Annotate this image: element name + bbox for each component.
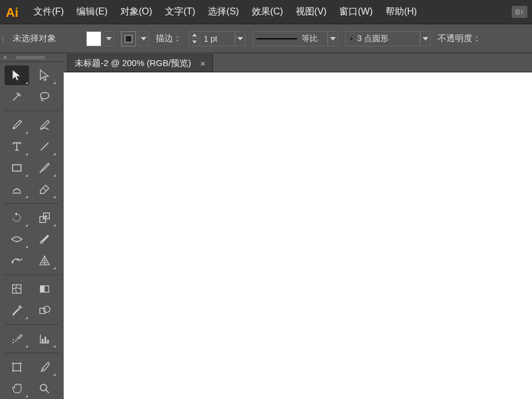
svg-rect-12 xyxy=(13,285,21,294)
svg-line-25 xyxy=(42,368,45,371)
profile-line-icon xyxy=(256,38,297,39)
svg-point-1 xyxy=(19,94,20,95)
svg-rect-14 xyxy=(41,286,45,292)
column-graph-tool[interactable] xyxy=(32,329,57,349)
svg-rect-22 xyxy=(45,336,46,343)
stepper-up-icon[interactable] xyxy=(189,32,200,39)
blend-tool[interactable] xyxy=(32,301,57,320)
canvas[interactable] xyxy=(64,72,532,399)
brush-text: 3 点圆形 xyxy=(357,34,388,44)
stroke-control xyxy=(121,31,149,46)
tab-close-icon[interactable]: × xyxy=(200,58,206,68)
stroke-weight-dropdown[interactable] xyxy=(235,31,245,46)
menu-items: 文件(F) 编辑(E) 对象(O) 文字(T) 选择(S) 效果(C) 视图(V… xyxy=(34,6,512,18)
selection-status: 未选择对象 xyxy=(13,33,56,44)
main-area: ‹‹ xyxy=(0,53,532,399)
brush-box[interactable]: 3 点圆形 xyxy=(345,31,420,46)
width-tool[interactable] xyxy=(5,229,29,249)
svg-rect-21 xyxy=(42,339,43,343)
menu-file[interactable]: 文件(F) xyxy=(34,6,64,18)
svg-point-8 xyxy=(21,239,23,240)
svg-text:Ai: Ai xyxy=(6,5,19,19)
tab-bar: 未标题-2 @ 200% (RGB/预览) × xyxy=(64,53,532,72)
stroke-stepper[interactable] xyxy=(189,31,200,46)
tab-title: 未标题-2 @ 200% (RGB/预览) xyxy=(75,58,191,69)
stroke-profile: 等比 xyxy=(252,31,338,46)
stroke-weight: 1 pt xyxy=(189,31,245,46)
fill-swatch[interactable] xyxy=(86,31,101,46)
panel-header[interactable]: ‹‹ xyxy=(0,53,64,62)
collapse-icon[interactable]: ‹‹ xyxy=(3,53,6,61)
menu-select[interactable]: 选择(S) xyxy=(208,6,239,18)
profile-text: 等比 xyxy=(302,34,318,44)
magic-wand-tool[interactable] xyxy=(5,87,29,107)
selection-tool[interactable] xyxy=(5,65,29,85)
lasso-tool[interactable] xyxy=(32,87,57,107)
rectangle-tool[interactable] xyxy=(5,158,29,178)
fill-dropdown[interactable] xyxy=(104,31,114,46)
svg-line-4 xyxy=(43,188,46,191)
app-logo-icon: Ai xyxy=(5,3,22,21)
brush-dropdown[interactable] xyxy=(420,31,431,46)
fill-control xyxy=(86,31,114,46)
menu-edit[interactable]: 编辑(E) xyxy=(76,6,107,18)
stroke-profile-box[interactable]: 等比 xyxy=(252,31,328,46)
mesh-tool[interactable] xyxy=(5,279,29,299)
svg-point-17 xyxy=(13,339,14,341)
pen-tool[interactable] xyxy=(5,115,29,135)
hand-tool[interactable] xyxy=(5,379,29,398)
stroke-label: 描边： xyxy=(156,33,182,44)
stroke-swatch[interactable] xyxy=(121,31,136,46)
artboard-tool[interactable] xyxy=(5,357,29,377)
svg-line-27 xyxy=(46,390,49,393)
svg-point-9 xyxy=(40,241,42,243)
stroke-value[interactable]: 1 pt xyxy=(200,31,235,46)
perspective-grid-tool[interactable] xyxy=(32,251,57,270)
line-tool[interactable] xyxy=(32,137,57,156)
svg-point-7 xyxy=(11,239,13,240)
document-area: 未标题-2 @ 200% (RGB/预览) × xyxy=(64,53,532,399)
tools-panel: ‹‹ xyxy=(0,53,64,399)
rotate-tool[interactable] xyxy=(5,208,29,228)
svg-rect-24 xyxy=(13,364,21,371)
control-bar: 未选择对象 描边： 1 pt 等比 3 点圆形 不透明度： xyxy=(0,24,532,53)
bridge-button[interactable]: Br xyxy=(512,6,527,18)
paintbrush-tool[interactable] xyxy=(32,158,57,178)
svg-point-19 xyxy=(12,342,13,343)
zoom-tool[interactable] xyxy=(32,379,57,398)
svg-point-16 xyxy=(43,306,50,313)
svg-point-18 xyxy=(15,341,16,342)
svg-rect-3 xyxy=(13,165,21,171)
curvature-tool[interactable] xyxy=(32,115,57,135)
svg-point-26 xyxy=(41,385,47,391)
menu-object[interactable]: 对象(O) xyxy=(120,6,152,18)
scale-tool[interactable] xyxy=(32,208,57,228)
symbol-sprayer-tool[interactable] xyxy=(5,329,29,349)
type-tool[interactable] xyxy=(5,137,29,156)
slice-tool[interactable] xyxy=(32,357,57,377)
stroke-dropdown[interactable] xyxy=(138,31,149,46)
eyedropper-tool[interactable] xyxy=(5,301,29,320)
svg-point-11 xyxy=(17,258,19,261)
grip-icon xyxy=(16,55,45,60)
menu-view[interactable]: 视图(V) xyxy=(296,6,326,18)
profile-dropdown[interactable] xyxy=(328,31,338,46)
svg-rect-23 xyxy=(47,340,49,343)
dot-icon xyxy=(350,38,353,40)
brush-definition: 3 点圆形 xyxy=(345,31,431,46)
stepper-down-icon[interactable] xyxy=(189,39,200,46)
menu-type[interactable]: 文字(T) xyxy=(165,6,195,18)
puppet-warp-tool[interactable] xyxy=(5,251,29,270)
menu-window[interactable]: 窗口(W) xyxy=(339,6,373,18)
bar-handle-icon xyxy=(2,35,3,42)
menu-help[interactable]: 帮助(H) xyxy=(386,6,417,18)
document-tab[interactable]: 未标题-2 @ 200% (RGB/预览) × xyxy=(67,54,213,72)
free-transform-tool[interactable] xyxy=(32,229,57,249)
opacity-label: 不透明度： xyxy=(438,33,481,44)
svg-point-20 xyxy=(16,339,17,340)
eraser-tool[interactable] xyxy=(32,180,57,199)
menu-effect[interactable]: 效果(C) xyxy=(252,6,283,18)
shaper-tool[interactable] xyxy=(5,180,29,199)
gradient-tool[interactable] xyxy=(32,279,57,299)
direct-selection-tool[interactable] xyxy=(32,65,57,85)
